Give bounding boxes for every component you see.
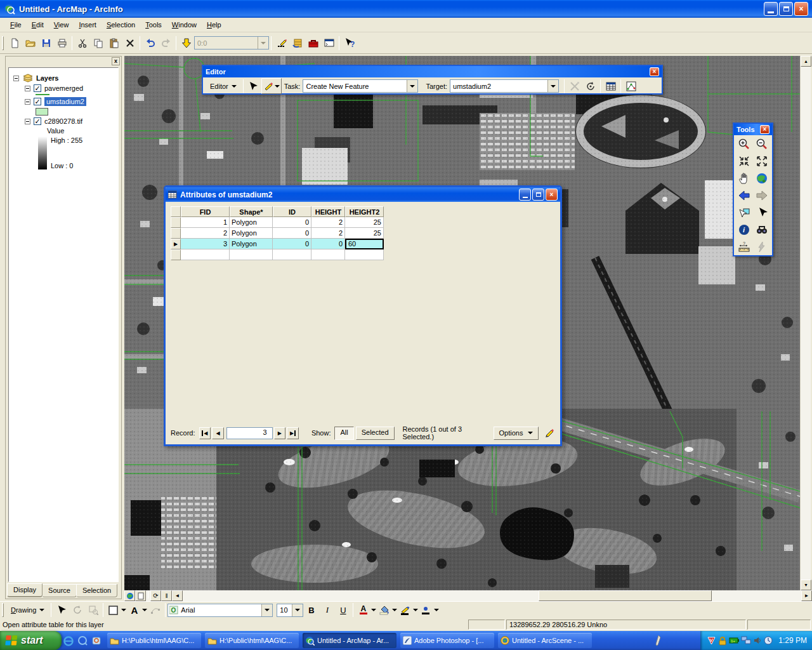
find-tool[interactable]	[753, 221, 771, 238]
fill-color-button[interactable]	[376, 602, 392, 618]
paste-button[interactable]	[106, 35, 122, 51]
tab-selection[interactable]: Selection	[76, 584, 117, 597]
taskbar-task-photoshop[interactable]: Adobe Photoshop - [...	[400, 633, 494, 648]
umstadium2-symbol[interactable]	[10, 108, 117, 116]
split-tool-icon[interactable]	[566, 78, 582, 94]
options-button[interactable]: Options	[494, 427, 539, 440]
close-button[interactable]: ×	[794, 2, 808, 16]
layer-checkbox[interactable]: ✓	[34, 84, 41, 92]
pause-drawing-button[interactable]: ‖	[161, 590, 172, 601]
window-titlebar[interactable]: Untitled - ArcMap - ArcInfo ×	[0, 0, 812, 18]
scroll-left-icon[interactable]: ◄	[172, 590, 183, 601]
data-view-button[interactable]	[124, 590, 135, 601]
tab-display[interactable]: Display	[7, 583, 43, 597]
layout-view-button[interactable]	[135, 590, 146, 601]
measure-tool[interactable]: ?	[735, 238, 753, 255]
tools-palette-titlebar[interactable]: Tools ×	[734, 124, 772, 135]
battery-tray-icon[interactable]: 1+	[729, 637, 739, 644]
clock-sync-tray-icon[interactable]	[764, 636, 773, 646]
collapse-icon[interactable]	[25, 119, 30, 124]
zoom-in-tool[interactable]	[735, 135, 753, 152]
font-color-button[interactable]: A	[355, 602, 371, 618]
map-horizontal-scrollbar[interactable]	[183, 590, 801, 601]
collapse-icon[interactable]	[25, 99, 30, 105]
go-back-extent-tool[interactable]	[735, 187, 753, 204]
toc-layer-pavemerged[interactable]: ✓ pavemerged	[22, 84, 117, 92]
font-size-combo[interactable]: 10	[277, 604, 303, 617]
sketch-tool-button[interactable]	[261, 78, 282, 94]
toc-layer-raster[interactable]: ✓ c2890278.tif	[22, 117, 117, 125]
fixed-zoom-out-tool[interactable]	[753, 152, 771, 169]
scroll-up-icon[interactable]: ▲	[801, 56, 811, 67]
network-tray-icon[interactable]	[741, 636, 751, 645]
menu-help[interactable]: Help	[202, 19, 226, 30]
whats-this-help-button[interactable]: ?	[341, 35, 357, 51]
collapse-icon[interactable]	[13, 76, 19, 81]
outlook-quicklaunch-icon[interactable]	[90, 633, 103, 647]
column-header-shape[interactable]: Shape*	[230, 206, 273, 217]
last-record-button[interactable]: ▶	[287, 427, 299, 439]
edit-vertices-button[interactable]	[147, 602, 163, 618]
column-header-id[interactable]: ID	[273, 206, 311, 217]
map-scale-combo[interactable]: 0:0	[194, 36, 269, 50]
show-all-button[interactable]: All	[334, 427, 353, 440]
media-quicklaunch-icon[interactable]	[76, 633, 89, 647]
line-color-dropdown[interactable]	[413, 609, 418, 611]
select-features-tool[interactable]	[735, 204, 753, 221]
dialog-close-button[interactable]: ×	[546, 189, 558, 201]
table-row[interactable]: 1 Polygon 0 2 25	[171, 217, 384, 228]
first-record-button[interactable]: ◀	[199, 427, 211, 439]
dialog-restore-button[interactable]	[532, 189, 544, 201]
select-elements-tool[interactable]	[753, 204, 771, 221]
record-number-input[interactable]: 3	[226, 427, 273, 439]
taskbar-task-arcmap[interactable]: Untitled - ArcMap - Ar...	[303, 633, 396, 648]
show-selected-button[interactable]: Selected	[356, 427, 395, 440]
new-document-button[interactable]	[6, 35, 22, 51]
command-line-button[interactable]	[321, 35, 337, 51]
map-vertical-scrollbar[interactable]: ▲ ▼	[800, 56, 811, 590]
next-record-button[interactable]: ▶	[274, 427, 286, 439]
menu-view[interactable]: View	[49, 19, 74, 30]
dialog-minimize-button[interactable]	[519, 189, 531, 201]
table-row-empty[interactable]	[171, 249, 384, 260]
table-row[interactable]: 2 Polygon 0 2 25	[171, 228, 384, 239]
drawing-menu-button[interactable]: Drawing	[6, 604, 49, 616]
scroll-down-icon[interactable]: ▼	[801, 580, 811, 590]
fixed-zoom-in-tool[interactable]	[735, 152, 753, 169]
restore-button[interactable]	[779, 2, 793, 16]
text-tool-dropdown[interactable]	[142, 609, 147, 611]
font-color-dropdown[interactable]	[371, 609, 376, 611]
tablet-pen-icon[interactable]	[653, 633, 665, 647]
identify-tool[interactable]: i	[735, 221, 753, 238]
shape-tool-button[interactable]	[105, 602, 121, 618]
menu-file[interactable]: File	[5, 19, 27, 30]
redo-button[interactable]	[158, 35, 174, 51]
layer-checkbox[interactable]: ✓	[34, 117, 41, 125]
cut-button[interactable]	[74, 35, 90, 51]
collapse-icon[interactable]	[25, 86, 30, 91]
pavemerged-symbol[interactable]	[10, 94, 117, 95]
sketch-properties-button[interactable]	[623, 78, 639, 94]
toolbar-grip[interactable]	[2, 36, 4, 50]
tools-close-icon[interactable]: ×	[760, 125, 769, 134]
copy-button[interactable]	[90, 35, 106, 51]
italic-button[interactable]: I	[319, 602, 335, 618]
ie-quicklaunch-icon[interactable]	[62, 633, 75, 647]
column-header-fid[interactable]: FID	[181, 206, 230, 217]
taskbar-task-folder2[interactable]: H:\Public\html\AAG\C...	[205, 633, 299, 648]
column-header-height2[interactable]: HEIGHT2	[345, 206, 384, 217]
marker-color-dropdown[interactable]	[434, 609, 439, 611]
lock-tray-icon[interactable]	[718, 636, 727, 646]
menu-tools[interactable]: Tools	[140, 19, 167, 30]
toolbar-grip[interactable]	[2, 603, 4, 617]
taskbar-task-arcscene[interactable]: Untitled - ArcScene - ...	[498, 633, 592, 648]
refresh-view-button[interactable]: ⟳	[150, 590, 161, 601]
shape-tool-dropdown[interactable]	[121, 609, 126, 611]
fill-color-dropdown[interactable]	[392, 609, 397, 611]
attributes-dialog-titlebar[interactable]: Attributes of umstadium2 ×	[166, 187, 560, 202]
text-tool-button[interactable]: A	[126, 602, 142, 618]
editor-close-icon[interactable]: ×	[650, 67, 659, 76]
menu-window[interactable]: Window	[167, 19, 202, 30]
zoom-out-tool[interactable]	[753, 135, 771, 152]
hyperlink-tool[interactable]	[753, 238, 771, 255]
